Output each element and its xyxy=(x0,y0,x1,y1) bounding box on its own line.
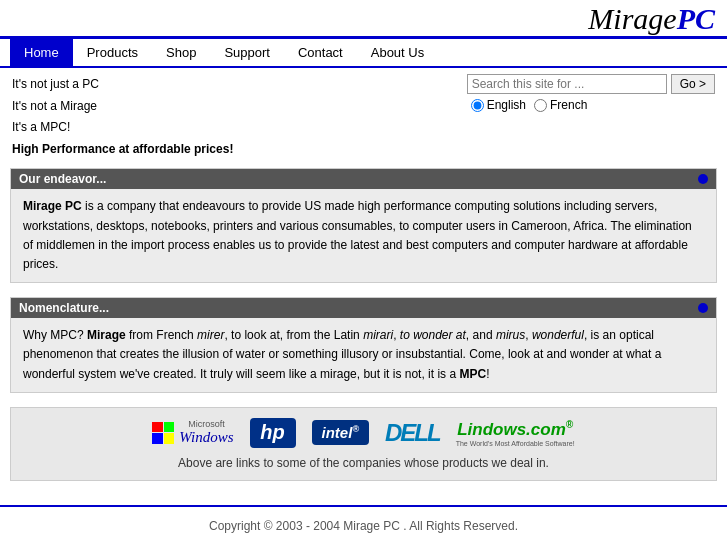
logos-caption: Above are links to some of the companies… xyxy=(21,456,706,470)
windows-text: Microsoft Windows xyxy=(179,419,233,446)
nav-support[interactable]: Support xyxy=(210,39,284,66)
section-endeavor-dot xyxy=(698,174,708,184)
footer: Copyright © 2003 - 2004 Mirage PC . All … xyxy=(0,505,727,545)
nom-mpc-bold: MPC xyxy=(459,367,486,381)
nav-contact[interactable]: Contact xyxy=(284,39,357,66)
lindows-sub: The World's Most Affordable Software! xyxy=(456,440,575,447)
nav-shop[interactable]: Shop xyxy=(152,39,210,66)
tagline: It's not just a PC It's not a Mirage It'… xyxy=(12,74,233,160)
nav-about[interactable]: About Us xyxy=(357,39,438,66)
endeavor-mirage-pc: Mirage PC xyxy=(23,199,82,213)
section-nomenclature-header: Nomenclature... xyxy=(11,298,716,318)
lindows-text: Lindows.com® xyxy=(457,419,573,440)
go-button[interactable]: Go > xyxy=(671,74,715,94)
tagline-line2: It's not a Mirage xyxy=(12,96,233,118)
hp-logo[interactable]: hp xyxy=(250,418,296,448)
site-logo: MiragePC xyxy=(588,4,715,34)
lindows-logo[interactable]: Lindows.com® The World's Most Affordable… xyxy=(456,419,575,447)
nav-products[interactable]: Products xyxy=(73,39,152,66)
nom-wonderful: wonderful xyxy=(532,328,584,342)
nom-wonder-at: to wonder at xyxy=(400,328,466,342)
intel-logo[interactable]: intel® xyxy=(312,420,369,445)
english-label: English xyxy=(487,98,526,112)
french-radio[interactable] xyxy=(534,99,547,112)
logo-pc: PC xyxy=(677,2,715,35)
english-radio[interactable] xyxy=(471,99,484,112)
section-endeavor-title: Our endeavor... xyxy=(19,172,106,186)
section-nomenclature-body: Why MPC? Mirage from French mirer, to lo… xyxy=(11,318,716,392)
windows-flag-icon xyxy=(152,422,174,444)
english-radio-label[interactable]: English xyxy=(471,98,526,112)
french-radio-label[interactable]: French xyxy=(534,98,587,112)
language-selector: English French xyxy=(471,98,588,112)
nom-mirus: mirus xyxy=(496,328,525,342)
tagline-line1: It's not just a PC xyxy=(12,74,233,96)
logo-mirage: Mirage xyxy=(588,2,676,35)
section-endeavor: Our endeavor... Mirage PC is a company t… xyxy=(10,168,717,283)
logos-section: Microsoft Windows hp intel® DELL Lindows… xyxy=(10,407,717,481)
section-endeavor-body: Mirage PC is a company that endeavours t… xyxy=(11,189,716,282)
nom-mirari: mirari xyxy=(363,328,393,342)
search-input[interactable] xyxy=(467,74,667,94)
section-nomenclature-title: Nomenclature... xyxy=(19,301,109,315)
french-label: French xyxy=(550,98,587,112)
nom-mirage-bold: Mirage xyxy=(87,328,126,342)
dell-logo[interactable]: DELL xyxy=(385,419,440,447)
tagline-line3: It's a MPC! xyxy=(12,117,233,139)
logos-row: Microsoft Windows hp intel® DELL Lindows… xyxy=(21,418,706,448)
section-nomenclature-dot xyxy=(698,303,708,313)
nav-home[interactable]: Home xyxy=(10,39,73,66)
search-area: Go > English French xyxy=(467,74,715,112)
section-endeavor-header: Our endeavor... xyxy=(11,169,716,189)
nav-bar: Home Products Shop Support Contact About… xyxy=(0,39,727,68)
windows-logo[interactable]: Microsoft Windows xyxy=(152,419,233,446)
nom-mirer: mirer xyxy=(197,328,224,342)
tagline-line4: High Performance at affordable prices! xyxy=(12,139,233,161)
footer-text: Copyright © 2003 - 2004 Mirage PC . All … xyxy=(209,519,518,533)
section-nomenclature: Nomenclature... Why MPC? Mirage from Fre… xyxy=(10,297,717,393)
